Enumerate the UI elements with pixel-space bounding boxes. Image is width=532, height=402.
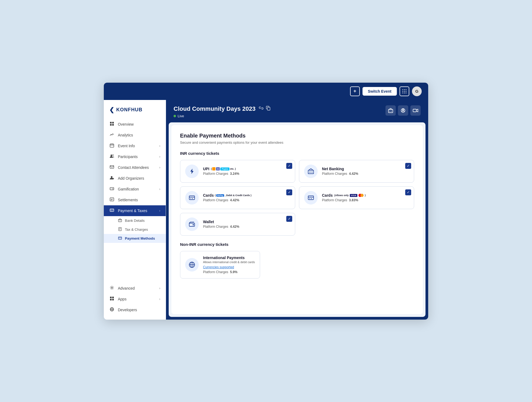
sidebar-label-developers: Developers — [118, 308, 137, 312]
sidebar-item-apps[interactable]: Apps › — [104, 294, 166, 304]
cards-visa-checkbox[interactable]: ✓ — [405, 189, 411, 195]
sidebar-sub-label-bank-details: Bank Details — [125, 219, 145, 223]
content-panel: Enable Payment Methods Secure and conven… — [169, 122, 425, 317]
svg-marker-35 — [118, 219, 122, 220]
sidebar-sub-bank-details[interactable]: Bank Details — [104, 216, 166, 225]
sidebar-label-settlements: Settlements — [118, 198, 138, 202]
payment-method-cards-rupay[interactable]: Cards ( RuPay , Debit & Credit Cards ) P… — [180, 186, 295, 209]
upi-name: UPI ( G Paytm etc. ) — [203, 167, 290, 171]
add-button[interactable]: + — [350, 86, 360, 96]
chevron-right-icon: › — [159, 209, 160, 213]
payment-method-net-banking[interactable]: Net Banking Platform Charges 4.42% ✓ — [299, 160, 414, 183]
settlements-icon — [109, 197, 115, 203]
sidebar-label-add-organizers: Add Organizers — [118, 176, 144, 180]
svg-rect-27 — [110, 198, 114, 201]
sidebar-item-advanced[interactable]: Advanced › — [104, 283, 166, 294]
sidebar-label-contact-attendees: Contact Attendees — [118, 165, 149, 170]
header-action-btn-2[interactable] — [398, 105, 408, 116]
chevron-right-icon: › — [159, 144, 160, 148]
svg-point-20 — [111, 176, 112, 178]
sidebar-label-overview: Overview — [118, 122, 134, 126]
sidebar-item-contact-attendees[interactable]: Contact Attendees › — [104, 162, 166, 173]
logo-text: KONFHUB — [116, 107, 142, 113]
sidebar-item-overview[interactable]: Overview — [104, 119, 166, 130]
non-inr-grid: International Payments Allows internatio… — [180, 251, 414, 279]
svg-rect-12 — [112, 124, 114, 126]
header-action-btn-3[interactable] — [410, 105, 421, 116]
sidebar-item-developers[interactable]: Developers — [104, 304, 166, 315]
inr-section-heading: INR currency tickets — [180, 151, 414, 156]
sidebar-item-event-info[interactable]: Event Info › — [104, 140, 166, 151]
wallet-name: Wallet — [203, 220, 290, 224]
upi-checkbox[interactable]: ✓ — [286, 163, 292, 169]
wallet-checkbox[interactable]: ✓ — [286, 216, 292, 222]
advanced-icon — [109, 286, 115, 291]
app-window: + Switch Event G ❮ KONFHUB Overview — [104, 83, 428, 320]
sidebar-item-participants[interactable]: Participants › — [104, 151, 166, 162]
cards-rupay-checkbox[interactable]: ✓ — [286, 189, 292, 195]
svg-marker-53 — [389, 108, 392, 109]
svg-point-8 — [406, 92, 407, 93]
currencies-link[interactable]: Currencies supported — [203, 265, 234, 269]
payment-method-cards-visa[interactable]: Cards (Allows only VISA ) Platform — [299, 186, 414, 209]
svg-rect-52 — [388, 109, 393, 113]
svg-point-3 — [403, 91, 403, 92]
sidebar: ❮ KONFHUB Overview Analytics Event I — [104, 100, 166, 320]
svg-rect-23 — [110, 187, 114, 190]
sidebar-label-event-info: Event Info — [118, 144, 135, 148]
overview-icon — [109, 122, 115, 127]
net-banking-name: Net Banking — [322, 167, 409, 171]
svg-rect-45 — [112, 297, 114, 298]
wallet-charges: Platform Charges 4.42% — [203, 225, 290, 229]
international-info: International Payments Allows internatio… — [203, 256, 255, 274]
svg-rect-9 — [110, 122, 112, 123]
currencies-link-row: Currencies supported — [203, 264, 255, 269]
payment-method-international[interactable]: International Payments Allows internatio… — [180, 251, 260, 279]
svg-rect-11 — [110, 124, 112, 126]
wallet-icon-circle — [185, 217, 199, 231]
payment-taxes-icon — [109, 208, 115, 213]
upi-charges: Platform Charges 3.24% — [203, 172, 290, 176]
payment-method-wallet[interactable]: Wallet Platform Charges 4.42% ✓ — [180, 213, 295, 236]
sidebar-sub-payment-methods[interactable]: Payment Methods — [104, 234, 166, 243]
upi-info: UPI ( G Paytm etc. ) — [203, 167, 290, 176]
event-link-button[interactable] — [259, 106, 264, 112]
header-action-btn-1[interactable] — [385, 105, 396, 116]
svg-point-4 — [404, 91, 405, 92]
international-sub: Allows international credit & debit card… — [203, 260, 255, 264]
international-icon-circle — [185, 258, 199, 272]
sidebar-label-advanced: Advanced — [118, 286, 135, 290]
svg-point-43 — [111, 287, 113, 288]
svg-rect-70 — [308, 196, 314, 200]
svg-point-74 — [193, 224, 194, 225]
svg-marker-60 — [190, 169, 194, 174]
chevron-right-icon: › — [159, 187, 160, 191]
inr-payment-grid: UPI ( G Paytm etc. ) — [180, 160, 414, 209]
svg-rect-13 — [110, 144, 114, 147]
event-header-row: Cloud Community Days 2023 Live — [166, 100, 428, 122]
wallet-row: Wallet Platform Charges 4.42% ✓ — [180, 213, 414, 236]
cards-visa-icon-circle — [304, 191, 318, 205]
gamification-icon — [109, 186, 115, 192]
payment-method-upi[interactable]: UPI ( G Paytm etc. ) — [180, 160, 295, 183]
sidebar-item-settlements[interactable]: Settlements — [104, 195, 166, 205]
sidebar-item-add-organizers[interactable]: Add Organizers — [104, 173, 166, 184]
non-inr-section: Non-INR currency tickets International P… — [180, 242, 414, 279]
sidebar-item-analytics[interactable]: Analytics — [104, 130, 166, 140]
switch-event-button[interactable]: Switch Event — [363, 87, 397, 96]
sidebar-sub-tax-charges[interactable]: Tax & Charges — [104, 225, 166, 234]
live-text: Live — [178, 114, 184, 118]
payment-methods-icon — [118, 236, 122, 241]
user-avatar[interactable]: G — [412, 86, 422, 96]
contact-attendees-icon — [109, 165, 115, 170]
sidebar-item-payment-taxes[interactable]: Payment & Taxes › — [104, 205, 166, 216]
logo: ❮ KONFHUB — [104, 104, 166, 119]
chevron-right-icon: › — [159, 155, 160, 159]
net-banking-checkbox[interactable]: ✓ — [405, 163, 411, 169]
svg-rect-47 — [112, 299, 114, 300]
developers-icon — [109, 307, 115, 313]
svg-point-18 — [112, 155, 114, 156]
event-copy-button[interactable] — [266, 106, 271, 112]
sidebar-item-gamification[interactable]: Gamification › — [104, 184, 166, 195]
grid-menu-button[interactable] — [400, 86, 409, 96]
